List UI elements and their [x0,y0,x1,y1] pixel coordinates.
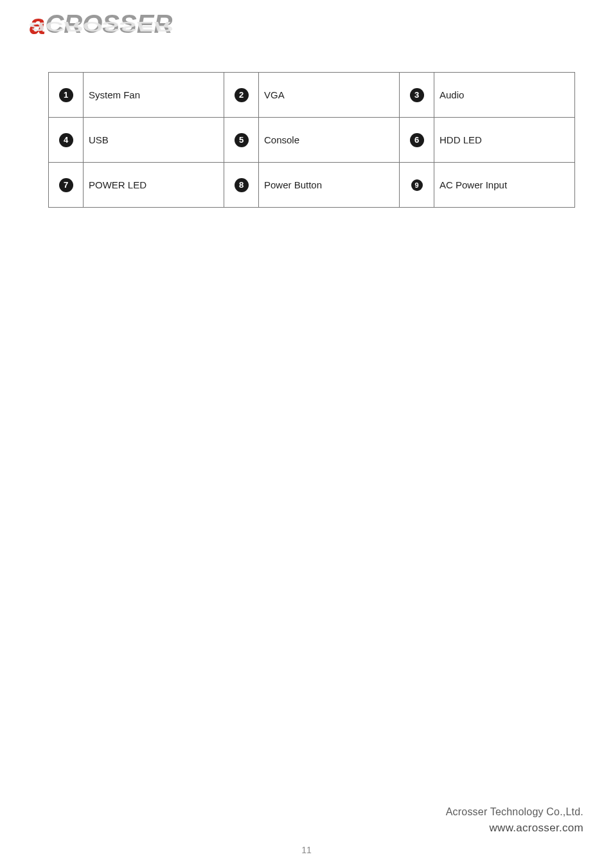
company-name: Acrosser Technology Co.,Ltd. [446,806,583,818]
cell-label: AC Power Input [434,163,575,208]
cell-label: Power Button [259,163,400,208]
company-url: www.acrosser.com [446,822,583,835]
cell-label: HDD LED [434,118,575,163]
cell-num: 1 [49,73,84,118]
cell-num: 3 [400,73,434,118]
number-badge: 7 [59,178,73,192]
cell-label: VGA [259,73,400,118]
number-badge: 8 [235,178,249,192]
port-label: USB [89,134,109,145]
port-label: HDD LED [440,134,482,145]
number-badge: 2 [235,88,249,102]
cell-num: 4 [49,118,84,163]
port-label: Console [264,134,299,145]
ports-table: 1 System Fan 2 VGA 3 Audio 4 USB 5 Conso… [48,72,575,208]
table-row: 7 POWER LED 8 Power Button 9 AC Power In… [49,163,575,208]
port-label: AC Power Input [440,179,507,190]
cell-num: 7 [49,163,84,208]
number-badge: 9 [411,179,423,191]
number-badge: 1 [59,88,73,102]
cell-num: 5 [224,118,259,163]
table-row: 1 System Fan 2 VGA 3 Audio [49,73,575,118]
number-badge: 4 [59,133,73,147]
logo-reflection: aCROSSER [30,20,195,35]
port-label: Audio [440,89,464,100]
cell-num: 8 [224,163,259,208]
cell-label: System Fan [84,73,224,118]
port-label: System Fan [89,89,140,100]
brand-logo: aCROSSER aCROSSER [30,9,195,53]
page-number: 11 [301,845,312,855]
cell-num: 6 [400,118,434,163]
cell-label: Console [259,118,400,163]
port-label: Power Button [264,179,322,190]
cell-label: USB [84,118,224,163]
cell-num: 9 [400,163,434,208]
cell-label: POWER LED [84,163,224,208]
number-badge: 6 [410,133,424,147]
cell-num: 2 [224,73,259,118]
footer: Acrosser Technology Co.,Ltd. www.acrosse… [446,806,583,835]
number-badge: 3 [410,88,424,102]
port-label: VGA [264,89,285,100]
number-badge: 5 [235,133,249,147]
port-label: POWER LED [89,179,147,190]
table-row: 4 USB 5 Console 6 HDD LED [49,118,575,163]
cell-label: Audio [434,73,575,118]
